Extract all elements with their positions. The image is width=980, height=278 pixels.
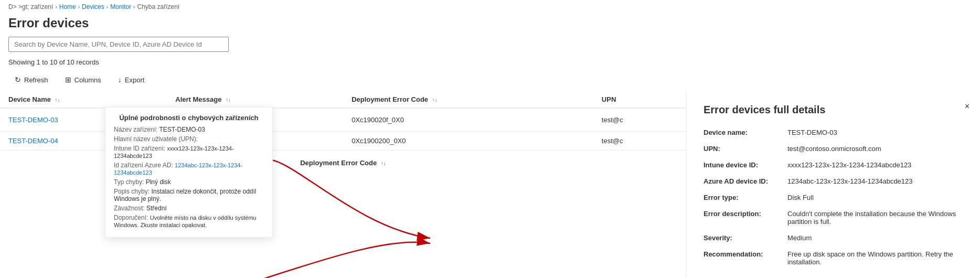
device-link-2[interactable]: TEST-DEMO-04 — [8, 137, 58, 145]
columns-icon: ⊞ — [65, 76, 71, 84]
records-count: Showing 1 to 10 of 10 records — [0, 56, 980, 70]
detail-row-recommendation: Recommendation: Free up disk space on th… — [704, 250, 963, 266]
columns-button[interactable]: ⊞ Columns — [59, 72, 108, 87]
detail-value-device-name: TEST-DEMO-03 — [787, 129, 963, 136]
devices-table: Device Name ↑↓ Alert Message ↑↓ Deployme… — [0, 91, 686, 151]
breadcrumb-home[interactable]: Home — [59, 3, 76, 10]
sort-icon-alert[interactable]: ↑↓ — [226, 97, 231, 103]
detail-row-error-desc: Error description: Couldn't complete the… — [704, 210, 963, 226]
breadcrumb-devices[interactable]: Devices — [82, 3, 104, 10]
detail-row-azure-id: Azure AD device ID: 1234abc-123x-123x-12… — [704, 177, 963, 185]
deploy-error-cell-1: 0Xc190020f_0X0 — [343, 108, 593, 132]
breadcrumb-monitor[interactable]: Monitor — [110, 3, 131, 10]
detail-label-severity: Severity: — [704, 234, 787, 242]
upn-cell-2: test@c — [593, 132, 686, 151]
tooltip-title: Úplné podrobnosti o chybových zařízeních — [114, 114, 264, 122]
col-alert-message: Alert Message ↑↓ — [167, 91, 343, 108]
table-wrap: Device Name ↑↓ Alert Message ↑↓ Deployme… — [0, 91, 686, 151]
sort-icon-device[interactable]: ↑↓ — [55, 97, 60, 103]
columns-label: Columns — [74, 76, 101, 84]
breadcrumb-current: Chyba zařízení — [137, 3, 179, 10]
detail-label-device-name: Device name: — [704, 129, 787, 136]
detail-row-error-type: Error type: Disk Full — [704, 194, 963, 201]
detail-value-upn: test@contoso.onmicrosoft.com — [787, 145, 963, 153]
detail-value-intune-id: xxxx123-123x-123x-1234-1234abcde123 — [787, 161, 963, 169]
detail-value-severity: Medium — [787, 234, 963, 242]
col-deployment-error: Deployment Error Code ↑↓ — [343, 91, 593, 108]
chevron-icon-4: › — [133, 4, 135, 10]
detail-value-azure-id: 1234abc-123x-123x-1234-1234abcde123 — [787, 177, 963, 185]
chevron-icon: › — [55, 4, 57, 10]
table-row: TEST-DEMO-03 Disk Full 0Xc190020f_0X0 te… — [0, 108, 686, 132]
table-header-row: Device Name ↑↓ Alert Message ↑↓ Deployme… — [0, 91, 686, 108]
deploy-error-cell-2: 0Xc1900200_0X0 — [343, 132, 593, 151]
export-button[interactable]: ↓ Export — [112, 72, 151, 87]
detail-label-upn: UPN: — [704, 145, 787, 153]
detail-value-error-type: Disk Full — [787, 194, 963, 201]
refresh-label: Refresh — [24, 76, 48, 84]
search-input[interactable] — [8, 37, 229, 52]
left-panel: Úplné podrobnosti o chybových zařízeních… — [0, 91, 686, 278]
detail-panel-title: Error devices full details — [704, 104, 963, 116]
table-row: TEST-DEMO-04 Incompatible 0Xc1900200_0X0… — [0, 132, 686, 151]
detail-row-upn: UPN: test@contoso.onmicrosoft.com — [704, 145, 963, 153]
page-title: Error devices — [0, 14, 980, 35]
device-link-1[interactable]: TEST-DEMO-03 — [8, 116, 58, 124]
breadcrumb: D> >gt; zařízení › Home › Devices › Moni… — [0, 0, 980, 14]
export-label: Export — [125, 76, 145, 84]
detail-row-device-name: Device name: TEST-DEMO-03 — [704, 129, 963, 136]
detail-value-error-desc: Couldn't complete the installation becau… — [787, 210, 963, 226]
upn-cell-1: test@c — [593, 108, 686, 132]
detail-label-intune-id: Intune device ID: — [704, 161, 787, 169]
search-bar — [0, 35, 980, 56]
refresh-icon: ↻ — [15, 76, 21, 84]
export-icon: ↓ — [118, 76, 122, 84]
detail-row-severity: Severity: Medium — [704, 234, 963, 242]
detail-panel: Error devices full details × Device name… — [686, 91, 980, 278]
sort-icon-deploy[interactable]: ↑↓ — [432, 97, 438, 103]
detail-label-error-desc: Error description: — [704, 210, 787, 226]
chevron-icon-3: › — [106, 4, 108, 10]
refresh-button[interactable]: ↻ Refresh — [8, 72, 55, 87]
breadcrumb-item-dgt: D> >gt; zařízení — [8, 3, 53, 10]
detail-value-recommendation: Free up disk space on the Windows partit… — [787, 250, 963, 266]
toolbar: ↻ Refresh ⊞ Columns ↓ Export — [0, 70, 980, 91]
sort-icon-footer[interactable]: ↑↓ — [381, 161, 386, 166]
close-button[interactable]: × — [965, 102, 970, 111]
detail-row-intune-id: Intune device ID: xxxx123-123x-123x-1234… — [704, 161, 963, 169]
chevron-icon-2: › — [78, 4, 80, 10]
detail-label-recommendation: Recommendation: — [704, 250, 787, 266]
tooltip-overlay: Úplné podrobnosti o chybových zařízeních… — [105, 107, 273, 238]
detail-label-error-type: Error type: — [704, 194, 787, 201]
footer-deployment-label: Deployment Error Code ↑↓ — [0, 151, 686, 175]
col-device-name: Device Name ↑↓ — [0, 91, 167, 108]
col-upn: UPN — [593, 91, 686, 108]
detail-label-azure-id: Azure AD device ID: — [704, 177, 787, 185]
